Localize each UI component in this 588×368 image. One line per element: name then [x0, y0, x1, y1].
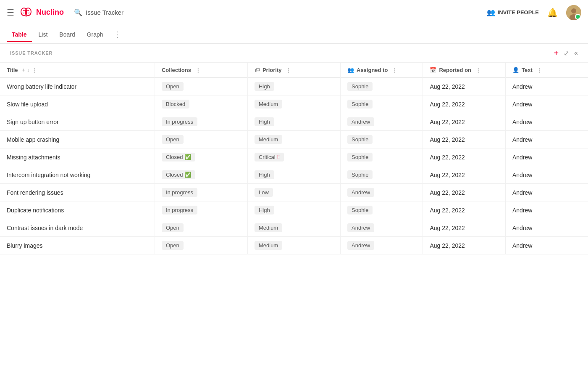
col-text-menu[interactable]: ⋮ — [537, 67, 542, 73]
cell-title-0[interactable]: Wrong battery life indicator + ⋮ — [0, 78, 155, 95]
table-row[interactable]: Missing attachments + ⋮ Closed ✅Critical… — [0, 148, 588, 166]
col-add-icon[interactable]: + — [22, 67, 26, 73]
collection-badge[interactable]: In progress — [162, 206, 197, 214]
col-collections-menu[interactable]: ⋮ — [195, 67, 201, 73]
row-add-btn[interactable]: + — [80, 83, 83, 90]
cell-collection-9[interactable]: Open — [155, 237, 247, 254]
cell-title-1[interactable]: Slow file upload + ⋮ — [0, 95, 155, 113]
collection-badge[interactable]: In progress — [162, 117, 197, 126]
col-assigned-menu[interactable]: ⋮ — [392, 67, 397, 73]
col-priority-menu[interactable]: ⋮ — [286, 67, 291, 73]
collection-badge[interactable]: Open — [162, 135, 184, 144]
row-menu-btn[interactable]: ⋮ — [72, 207, 78, 214]
cell-title-9[interactable]: Blurry images + ⋮ — [0, 237, 155, 254]
row-add-btn[interactable]: + — [64, 154, 67, 161]
logo[interactable]: Nuclino — [19, 6, 64, 19]
collection-badge[interactable]: In progress — [162, 188, 197, 197]
row-menu-btn[interactable]: ⋮ — [51, 242, 57, 249]
row-add-btn[interactable]: + — [67, 207, 71, 214]
cell-title-4[interactable]: Missing attachments + ⋮ — [0, 148, 155, 166]
cell-collection-5[interactable]: Closed ✅ — [155, 166, 247, 184]
table-row[interactable]: Intercom integration not working + ⋮ Clo… — [0, 166, 588, 184]
tab-board[interactable]: Board — [54, 27, 80, 42]
cell-collection-0[interactable]: Open — [155, 78, 247, 95]
expand-icon[interactable]: ⤢ — [564, 49, 569, 57]
add-row-button[interactable]: + — [554, 49, 559, 57]
cell-title-5[interactable]: Intercom integration not working + ⋮ — [0, 166, 155, 184]
collection-badge[interactable]: Closed ✅ — [162, 153, 195, 161]
tabs-more-icon[interactable]: ⋮ — [110, 27, 124, 42]
row-menu-btn[interactable]: ⋮ — [69, 154, 75, 161]
row-add-btn[interactable]: + — [51, 101, 55, 108]
collection-badge[interactable]: Closed ✅ — [162, 170, 195, 179]
cell-priority-7[interactable]: High — [247, 201, 340, 219]
col-menu-icon[interactable]: ⋮ — [32, 67, 37, 73]
cell-collection-3[interactable]: Open — [155, 131, 247, 148]
cell-priority-6[interactable]: Low — [247, 184, 340, 201]
collapse-icon[interactable]: « — [574, 49, 578, 57]
row-menu-btn[interactable]: ⋮ — [67, 119, 73, 125]
row-add-btn[interactable]: + — [63, 136, 66, 143]
cell-priority-4[interactable]: Critical ‼ — [247, 148, 340, 166]
cell-title-6[interactable]: Font rendering issues + ⋮ — [0, 184, 155, 201]
cell-priority-8[interactable]: Medium — [247, 219, 340, 237]
row-menu-btn[interactable]: ⋮ — [72, 189, 78, 196]
row-add-btn[interactable]: + — [86, 225, 89, 231]
priority-badge[interactable]: High — [255, 206, 274, 214]
row-menu-btn[interactable]: ⋮ — [56, 101, 62, 108]
cell-priority-2[interactable]: High — [247, 113, 340, 131]
cell-title-3[interactable]: Mobile app crashing + ⋮ — [0, 131, 155, 148]
cell-title-7[interactable]: Duplicate notifications + ⋮ — [0, 201, 155, 219]
col-reported-menu[interactable]: ⋮ — [475, 67, 481, 73]
search-area[interactable]: 🔍 Issue Tracker — [74, 8, 123, 16]
cell-collection-8[interactable]: Open — [155, 219, 247, 237]
row-add-btn[interactable]: + — [94, 172, 97, 178]
col-sort-icon[interactable]: ↓ — [27, 67, 30, 73]
cell-priority-0[interactable]: High — [247, 78, 340, 95]
tab-table[interactable]: Table — [7, 27, 32, 42]
collection-badge[interactable]: Open — [162, 223, 184, 232]
priority-badge[interactable]: Medium — [255, 100, 282, 109]
tab-graph[interactable]: Graph — [82, 27, 108, 42]
hamburger-icon[interactable]: ☰ — [7, 8, 14, 18]
table-row[interactable]: Sign up button error + ⋮ In progressHigh… — [0, 113, 588, 131]
cell-collection-7[interactable]: In progress — [155, 201, 247, 219]
notification-bell-icon[interactable]: 🔔 — [547, 8, 558, 18]
table-row[interactable]: Duplicate notifications + ⋮ In progressH… — [0, 201, 588, 219]
cell-priority-3[interactable]: Medium — [247, 131, 340, 148]
cell-collection-2[interactable]: In progress — [155, 113, 247, 131]
table-row[interactable]: Blurry images + ⋮ OpenMediumAndrewAug 22… — [0, 237, 588, 254]
priority-badge[interactable]: High — [255, 82, 274, 91]
row-menu-btn[interactable]: ⋮ — [99, 172, 105, 178]
cell-collection-1[interactable]: Blocked — [155, 95, 247, 113]
row-menu-btn[interactable]: ⋮ — [68, 136, 74, 143]
table-row[interactable]: Slow file upload + ⋮ BlockedMediumSophie… — [0, 95, 588, 113]
cell-priority-9[interactable]: Medium — [247, 237, 340, 254]
priority-badge[interactable]: Medium — [255, 241, 282, 250]
priority-badge[interactable]: High — [255, 117, 274, 126]
collection-badge[interactable]: Blocked — [162, 100, 189, 109]
collection-badge[interactable]: Open — [162, 82, 184, 91]
cell-title-8[interactable]: Contrast issues in dark mode + ⋮ — [0, 219, 155, 237]
cell-collection-4[interactable]: Closed ✅ — [155, 148, 247, 166]
row-add-btn[interactable]: + — [46, 242, 50, 249]
invite-people-button[interactable]: 👥 INVITE PEOPLE — [487, 8, 539, 16]
priority-badge[interactable]: High — [255, 170, 274, 179]
cell-title-2[interactable]: Sign up button error + ⋮ — [0, 113, 155, 131]
row-menu-btn[interactable]: ⋮ — [85, 83, 91, 90]
priority-badge[interactable]: Critical ‼ — [255, 153, 284, 161]
table-row[interactable]: Contrast issues in dark mode + ⋮ OpenMed… — [0, 219, 588, 237]
table-row[interactable]: Mobile app crashing + ⋮ OpenMediumSophie… — [0, 131, 588, 148]
user-avatar[interactable] — [566, 5, 581, 20]
tab-list[interactable]: List — [34, 27, 53, 42]
row-add-btn[interactable]: + — [62, 119, 66, 125]
row-add-btn[interactable]: + — [67, 189, 70, 196]
row-menu-btn[interactable]: ⋮ — [92, 225, 97, 231]
priority-badge[interactable]: Low — [255, 188, 273, 197]
priority-badge[interactable]: Medium — [255, 223, 282, 232]
priority-badge[interactable]: Medium — [255, 135, 282, 144]
cell-collection-6[interactable]: In progress — [155, 184, 247, 201]
table-row[interactable]: Wrong battery life indicator + ⋮ OpenHig… — [0, 78, 588, 95]
table-row[interactable]: Font rendering issues + ⋮ In progressLow… — [0, 184, 588, 201]
cell-priority-5[interactable]: High — [247, 166, 340, 184]
